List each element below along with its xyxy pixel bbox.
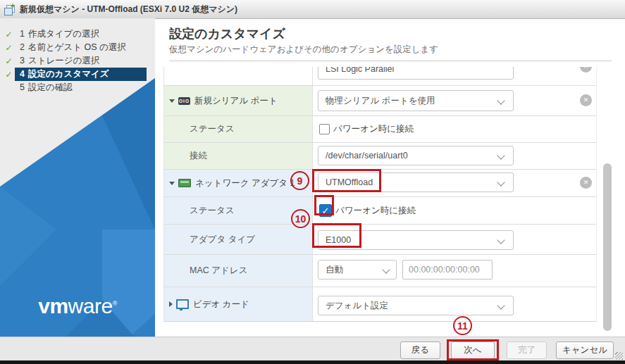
field-label: ステータス <box>190 205 235 217</box>
check-icon: ✓ <box>3 70 15 80</box>
field-label: ステータス <box>190 123 235 135</box>
connect-at-power-on-checkbox[interactable] <box>319 124 330 134</box>
table-row-clipped-scsi: LSI Logic Parallel ✕ <box>164 67 596 86</box>
chevron-down-icon <box>497 236 505 244</box>
step-label: 設定の確認 <box>28 82 73 92</box>
back-button[interactable]: 戻る <box>400 341 440 359</box>
field-label: 接続 <box>190 150 207 162</box>
expand-arrow-icon[interactable] <box>169 301 173 307</box>
new-vm-wizard-window: + 新規仮想マシン - UTM-Offload (ESXi 7.0 U2 仮想マ… <box>0 0 625 364</box>
checkbox-label: パワーオン時に接続 <box>335 205 416 217</box>
collapse-arrow-icon[interactable] <box>169 182 175 185</box>
step-label: ストレージの選択 <box>28 56 99 65</box>
new-vm-icon: + <box>4 5 15 14</box>
device-label: ビデオ カード <box>193 299 249 310</box>
sidebar-step-2[interactable]: ✓ 2名前とゲスト OS の選択 <box>0 41 155 54</box>
serial-port-icon: OIO <box>178 97 190 105</box>
check-icon: ✓ <box>3 30 15 39</box>
hardware-settings-table: LSI Logic Parallel ✕ OIO 新規シリアル ポート 物理シリ… <box>163 67 597 322</box>
sidebar-step-5[interactable]: 5設定の確認 <box>0 81 155 94</box>
device-label: ネットワーク アダプタ 1 <box>195 177 295 189</box>
checkbox-label: パワーオン時に接続 <box>333 123 414 135</box>
window-titlebar: + 新規仮想マシン - UTM-Offload (ESXi 7.0 U2 仮想マ… <box>0 0 625 19</box>
table-row-serial-connection: 接続 /dev/char/serial/uart0 <box>164 143 596 170</box>
video-card-icon <box>176 299 189 309</box>
table-row-video-card: ビデオ カード デフォルト設定 <box>164 287 596 322</box>
annotation-box-checkbox <box>314 195 334 215</box>
table-row-serial-port: OIO 新規シリアル ポート 物理シリアル ポートを使用 ✕ <box>164 86 596 116</box>
mac-mode-select[interactable]: 自動 <box>318 260 397 280</box>
bottom-black-strip <box>0 360 625 364</box>
table-row-adapter-type: アダプタ タイプ E1000 <box>164 225 596 255</box>
step-label: 作成タイプの選択 <box>28 29 99 39</box>
table-row-serial-status: ステータス パワーオン時に接続 <box>164 116 596 143</box>
table-row-mac-address: MAC アドレス 自動 <box>164 255 596 287</box>
remove-serial-port-icon[interactable]: ✕ <box>580 94 592 106</box>
video-card-select[interactable]: デフォルト設定 <box>318 296 514 315</box>
step-label: 名前とゲスト OS の選択 <box>28 42 126 52</box>
annotation-circle-11: 11 <box>453 316 472 335</box>
annotation-box-portgroup <box>312 169 381 192</box>
network-adapter-icon <box>178 179 191 187</box>
sidebar-step-3[interactable]: ✓ 3ストレージの選択 <box>0 54 155 68</box>
field-label: アダプタ タイプ <box>190 234 255 246</box>
serial-connection-select[interactable]: /dev/char/serial/uart0 <box>318 146 514 165</box>
chevron-down-icon <box>497 301 505 309</box>
finish-button: 完了 <box>507 341 547 359</box>
wizard-steps: ✓ 1作成タイプの選択 ✓ 2名前とゲスト OS の選択 ✓ 3ストレージの選択… <box>0 27 155 94</box>
cancel-button[interactable]: キャンセル <box>556 341 614 359</box>
chevron-down-icon <box>497 151 505 159</box>
annotation-box-adapter-type <box>312 223 361 248</box>
serial-port-type-select[interactable]: 物理シリアル ポートを使用 <box>318 90 514 111</box>
wizard-sidebar: ✓ 1作成タイプの選択 ✓ 2名前とゲスト OS の選択 ✓ 3ストレージの選択… <box>0 18 155 360</box>
header-divider <box>169 61 612 61</box>
chevron-down-icon <box>497 178 505 186</box>
vmware-logo: vmware® <box>0 294 155 318</box>
sidebar-step-1[interactable]: ✓ 1作成タイプの選択 <box>0 27 155 41</box>
chevron-down-icon <box>382 265 390 273</box>
page-title: 設定のカスタマイズ <box>169 25 285 42</box>
chevron-down-icon <box>497 96 505 104</box>
window-resize-handle[interactable] <box>615 352 623 360</box>
window-title: 新規仮想マシン - UTM-Offload (ESXi 7.0 U2 仮想マシン… <box>20 4 237 15</box>
check-icon: ✓ <box>3 43 15 53</box>
step-label: 設定のカスタマイズ <box>28 69 109 79</box>
collapse-arrow-icon[interactable] <box>169 99 175 103</box>
annotation-circle-10: 10 <box>291 209 310 228</box>
vertical-scrollbar-thumb[interactable] <box>603 163 612 331</box>
page-subtitle: 仮想マシンのハードウェアおよびその他のオプションを設定します <box>169 44 438 56</box>
field-label: MAC アドレス <box>190 265 247 277</box>
remove-device-icon[interactable]: ✕ <box>580 67 592 73</box>
annotation-circle-9: 9 <box>290 171 309 190</box>
table-row-network-status: ステータス ✓ パワーオン時に接続 <box>164 197 596 225</box>
device-label: 新規シリアル ポート <box>194 95 278 107</box>
mac-address-input[interactable] <box>402 260 493 280</box>
remove-network-adapter-icon[interactable]: ✕ <box>580 177 592 189</box>
scsi-controller-select[interactable]: LSI Logic Parallel <box>318 67 514 80</box>
sidebar-step-4-active[interactable]: ✓ 4設定のカスタマイズ <box>0 68 155 81</box>
annotation-box-next-button <box>447 339 499 360</box>
check-icon: ✓ <box>3 56 15 66</box>
